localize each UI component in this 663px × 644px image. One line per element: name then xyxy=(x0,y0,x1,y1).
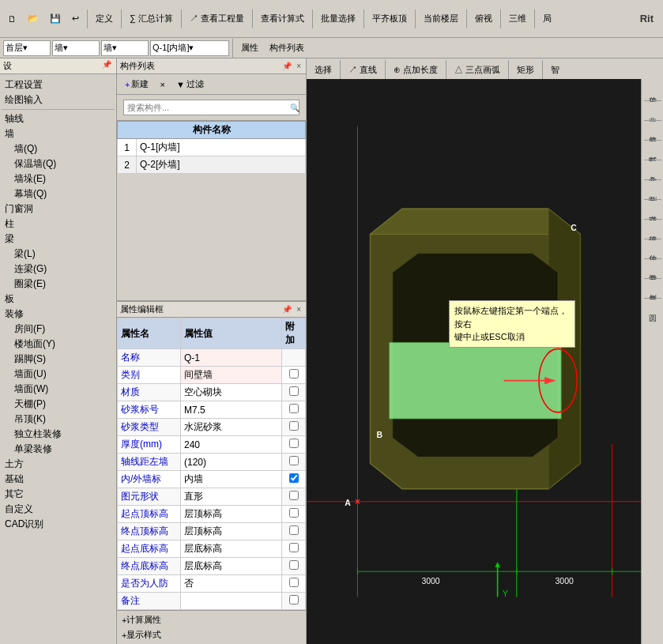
btn-file-open[interactable]: 📂 xyxy=(23,11,43,26)
props-pin-btn[interactable]: 📌 xyxy=(281,305,293,314)
comp-delete-btn[interactable]: × xyxy=(155,77,169,92)
canvas-btn-point-length[interactable]: ⊕ 点加长度 xyxy=(389,62,443,78)
tree-suspended-ceiling[interactable]: 吊顶(K) xyxy=(2,412,115,427)
props-table-row[interactable]: 起点底标高层底标高 xyxy=(118,540,306,558)
tree-wall-surface-u[interactable]: 墙面(U) xyxy=(2,367,115,382)
comp-list-pin-btn[interactable]: 📌 xyxy=(281,62,293,70)
canvas-btn-rect[interactable]: 矩形 xyxy=(512,62,539,78)
wall-type2-select[interactable]: 墙▾ xyxy=(101,40,149,56)
tree-lintel-beam[interactable]: 连梁(G) xyxy=(2,262,115,277)
strip-btn-split[interactable]: 分割 xyxy=(643,181,662,198)
strip-btn-offset[interactable]: 偏移 xyxy=(643,220,662,238)
tree-earthwork[interactable]: 土方 xyxy=(2,457,115,472)
props-table-row[interactable]: 是否为人防否 xyxy=(118,575,306,593)
prop-checkbox-5[interactable] xyxy=(289,439,299,448)
btn-define[interactable]: 定义 xyxy=(91,10,118,27)
canvas-btn-arc[interactable]: △ 三点画弧 xyxy=(450,62,505,78)
tree-beam-decor[interactable]: 单梁装修 xyxy=(2,442,115,457)
tree-ceiling[interactable]: 天棚(P) xyxy=(2,397,115,412)
btn-sum[interactable]: ∑ 汇总计算 xyxy=(125,10,178,27)
tree-wall[interactable]: 墙 xyxy=(2,126,115,141)
comp-new-btn[interactable]: + 新建 xyxy=(120,76,153,92)
strip-btn-align[interactable]: 对齐 xyxy=(643,201,662,218)
tree-decoration[interactable]: 装修 xyxy=(2,307,115,322)
comp-table-row[interactable]: 2Q-2[外墙] xyxy=(118,156,306,174)
prop-checkbox-12[interactable] xyxy=(289,560,299,570)
canvas-btn-line[interactable]: ↗ 直线 xyxy=(344,62,382,78)
component-select[interactable]: Q-1[内墙]▾ xyxy=(150,40,229,56)
prop-checkbox-4[interactable] xyxy=(289,421,299,431)
tree-drawing-input[interactable]: 绘图输入 xyxy=(2,92,115,107)
props-table-row[interactable]: 起点顶标高层顶标高 xyxy=(118,506,306,523)
btn-props[interactable]: 属性 xyxy=(236,40,263,56)
btn-file-new[interactable]: 🗋 xyxy=(3,12,21,26)
btn-floor[interactable]: 当前楼层 xyxy=(419,10,463,27)
canvas-btn-smart[interactable]: 智 xyxy=(546,62,564,78)
tree-ring-beam[interactable]: 圈梁(E) xyxy=(2,277,115,292)
strip-btn-trim[interactable]: 修剪 xyxy=(643,122,662,139)
btn-undo[interactable]: ↩ xyxy=(67,11,84,26)
prop-checkbox-14[interactable] xyxy=(289,595,299,604)
tree-wall-q[interactable]: 墙(Q) xyxy=(2,141,115,156)
props-expand-calc[interactable]: + 计算属性 xyxy=(119,612,304,627)
comp-list-close-btn[interactable]: × xyxy=(295,62,303,70)
tree-axis[interactable]: 轴线 xyxy=(2,111,115,126)
props-table-row[interactable]: 备注 xyxy=(118,593,306,610)
tree-foundation[interactable]: 基础 xyxy=(2,472,115,487)
props-expand-style[interactable]: + 显示样式 xyxy=(119,627,304,642)
btn-batch[interactable]: 批量选择 xyxy=(316,10,360,27)
strip-btn-break[interactable]: 打断 xyxy=(643,141,662,159)
props-table-row[interactable]: 内/外墙标内墙 xyxy=(118,471,306,488)
strip-btn-stretch[interactable]: 拉伸 xyxy=(643,240,662,258)
prop-checkbox-10[interactable] xyxy=(289,525,299,535)
props-table-row[interactable]: 终点底标高层底标高 xyxy=(118,558,306,575)
comp-table-row[interactable]: 1Q-1[内墙] xyxy=(118,139,306,156)
prop-checkbox-8[interactable] xyxy=(289,491,299,500)
tree-door-window[interactable]: 门窗洞 xyxy=(2,201,115,217)
tree-beam-l[interactable]: 梁(L) xyxy=(2,247,115,262)
wall-type1-select[interactable]: 墙▾ xyxy=(52,40,100,56)
strip-btn-non[interactable]: 非 xyxy=(643,102,662,119)
tree-room[interactable]: 房间(F) xyxy=(2,322,115,337)
tree-floor-surface[interactable]: 楼地面(Y) xyxy=(2,337,115,352)
btn-local[interactable]: 局 xyxy=(538,10,556,27)
btn-align[interactable]: 平齐板顶 xyxy=(367,10,412,27)
prop-checkbox-2[interactable] xyxy=(289,386,299,396)
tree-column-decor[interactable]: 独立柱装修 xyxy=(2,427,115,442)
props-table-row[interactable]: 图元形状直形 xyxy=(118,488,306,506)
floor-select[interactable]: 首层▾ xyxy=(3,40,51,56)
comp-filter-btn[interactable]: ▼ 过滤 xyxy=(171,76,209,92)
prop-checkbox-13[interactable] xyxy=(289,578,299,587)
btn-3d[interactable]: 三维 xyxy=(504,10,531,27)
tree-cad[interactable]: CAD识别 xyxy=(2,517,115,532)
props-table-row[interactable]: 名称Q-1 xyxy=(118,349,306,367)
strip-btn-extend[interactable]: 延伸 xyxy=(643,82,662,100)
props-table-row[interactable]: 类别间壁墙 xyxy=(118,367,306,384)
props-close-btn[interactable]: × xyxy=(295,305,303,314)
btn-comp-list[interactable]: 构件列表 xyxy=(265,40,309,56)
prop-checkbox-7[interactable] xyxy=(289,473,299,483)
comp-search-input[interactable] xyxy=(123,100,299,115)
strip-btn-merge[interactable]: 合并 xyxy=(643,161,662,179)
tree-slab[interactable]: 板 xyxy=(2,292,115,307)
btn-file-save[interactable]: 💾 xyxy=(45,11,66,26)
prop-checkbox-3[interactable] xyxy=(289,404,299,413)
tree-engineering-setup[interactable]: 工程设置 xyxy=(2,77,115,92)
prop-checkbox-6[interactable] xyxy=(289,456,299,465)
btn-view[interactable]: ↗ 查看工程量 xyxy=(185,10,249,27)
prop-checkbox-9[interactable] xyxy=(289,508,299,518)
prop-checkbox-1[interactable] xyxy=(289,369,299,378)
tree-wall-surface-w[interactable]: 墙面(W) xyxy=(2,382,115,397)
btn-top[interactable]: 俯视 xyxy=(470,10,497,27)
tree-curtain-wall[interactable]: 幕墙(Q) xyxy=(2,186,115,201)
tree-wall-pillar[interactable]: 墙垛(E) xyxy=(2,171,115,186)
tree-beam[interactable]: 梁 xyxy=(2,232,115,247)
strip-btn-angle[interactable]: 侧角 xyxy=(643,280,662,297)
props-table-row[interactable]: 砂浆标号M7.5 xyxy=(118,401,306,419)
tree-insulation-wall[interactable]: 保温墙(Q) xyxy=(2,156,115,171)
tree-column[interactable]: 柱 xyxy=(2,217,115,232)
props-table-row[interactable]: 厚度(mm)240 xyxy=(118,436,306,454)
props-table-row[interactable]: 材质空心砌块 xyxy=(118,384,306,401)
canvas-btn-select[interactable]: 选择 xyxy=(310,62,337,78)
strip-btn-circle[interactable]: 圆 xyxy=(643,299,662,317)
